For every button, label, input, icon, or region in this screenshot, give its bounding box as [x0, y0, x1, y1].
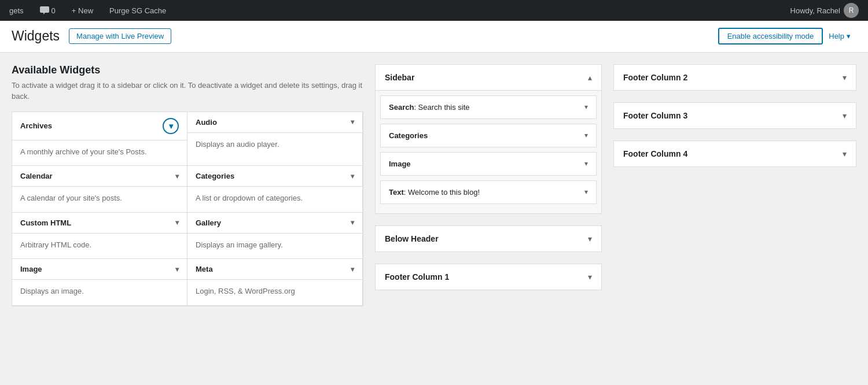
sidebar-widget-categories: Categories ▾: [380, 124, 597, 147]
widget-name-categories: Categories: [196, 172, 234, 180]
widget-desc-archives: A monthly archive of your site's Posts.: [12, 140, 187, 166]
widget-header-gallery[interactable]: Gallery ▾: [187, 213, 362, 234]
user-label: Howdy, Rachel: [790, 6, 840, 15]
sidebar-widget-categories-title: Categories: [389, 131, 428, 140]
page-title: Widgets: [12, 28, 60, 45]
sidebar-area: Sidebar Search: Search this site ▾ Categ…: [375, 64, 602, 214]
widget-name-meta: Meta: [196, 265, 213, 273]
sidebar-widget-categories-header[interactable]: Categories ▾: [381, 124, 596, 147]
footer-column-1-chevron-icon: [588, 272, 592, 282]
purge-cache-item[interactable]: Purge SG Cache: [105, 0, 171, 21]
footer-column-4-area: Footer Column 4: [613, 140, 856, 167]
gallery-chevron-icon: ▾: [351, 219, 354, 227]
widget-header-meta[interactable]: Meta ▾: [187, 259, 362, 280]
sidebar-content: Search: Search this site ▾ Categories ▾ …: [376, 91, 601, 213]
widget-desc-calendar: A calendar of your site's posts.: [12, 187, 187, 212]
sidebar-widget-image-title: Image: [389, 160, 411, 168]
widget-name-archives: Archives: [20, 121, 52, 130]
below-header-area: Below Header: [375, 225, 602, 252]
sidebar-widget-search-title: Search: Search this site: [389, 103, 469, 112]
footer-column-4-title: Footer Column 4: [623, 149, 687, 158]
categories-chevron-icon: ▾: [351, 172, 354, 180]
widget-item-categories: Categories ▾ A list or dropdown of categ…: [187, 165, 363, 213]
sidebar-title: Sidebar: [385, 73, 414, 82]
widget-item-audio: Audio ▾ Displays an audio player.: [187, 112, 363, 166]
below-header-chevron-icon: [588, 234, 592, 243]
widget-item-calendar: Calendar ▾ A calendar of your site's pos…: [12, 165, 187, 213]
sidebar-widget-search-header[interactable]: Search: Search this site ▾: [381, 96, 596, 119]
footer-column-2-area: Footer Column 2: [613, 64, 856, 91]
calendar-chevron-icon: ▾: [175, 172, 179, 180]
sidebar-chevron-icon: [588, 73, 592, 82]
avatar: R: [844, 3, 859, 18]
widget-header-archives[interactable]: Archives ▾: [12, 112, 187, 140]
site-name[interactable]: gets: [5, 0, 28, 21]
meta-chevron-icon: ▾: [351, 265, 354, 273]
widget-item-image: Image ▾ Displays an image.: [12, 258, 187, 306]
footer-column-3-title: Footer Column 3: [623, 111, 687, 120]
sidebar-widget-text: Text: Welcome to this blog! ▾: [380, 180, 597, 204]
comments-item[interactable]: 0: [35, 0, 60, 21]
manage-preview-button[interactable]: Manage with Live Preview: [69, 28, 171, 44]
available-widgets-title: Available Widgets: [12, 64, 363, 76]
audio-chevron-icon: ▾: [351, 118, 354, 126]
page-title-area: Widgets Manage with Live Preview: [12, 28, 171, 52]
footer-column-2-chevron-icon: [843, 73, 847, 82]
widget-desc-meta: Login, RSS, & WordPress.org: [187, 280, 362, 305]
help-button[interactable]: Help ▾: [823, 29, 856, 43]
custom-html-chevron-icon: ▾: [175, 219, 179, 227]
footer-column-3-header[interactable]: Footer Column 3: [614, 103, 856, 128]
widget-desc-custom-html: Arbitrary HTML code.: [12, 234, 187, 259]
right-panel: Footer Column 2 Footer Column 3 Footer C…: [613, 64, 856, 302]
sidebar-widget-text-header[interactable]: Text: Welcome to this blog! ▾: [381, 181, 596, 203]
image-chevron-icon: ▾: [175, 265, 179, 273]
widget-desc-categories: A list or dropdown of categories.: [187, 187, 362, 212]
available-widgets-panel: Available Widgets To activate a widget d…: [12, 64, 363, 306]
footer-column-1-area: Footer Column 1: [375, 264, 602, 290]
widget-header-calendar[interactable]: Calendar ▾: [12, 166, 187, 187]
widget-name-image: Image: [20, 265, 42, 273]
text-widget-chevron-icon: ▾: [584, 188, 588, 196]
footer-column-2-title: Footer Column 2: [623, 73, 687, 82]
sidebar-header[interactable]: Sidebar: [376, 65, 601, 91]
widget-desc-gallery: Displays an image gallery.: [187, 234, 362, 259]
new-item[interactable]: + New: [67, 0, 98, 21]
footer-column-4-chevron-icon: [843, 149, 847, 158]
page-header: Widgets Manage with Live Preview Enable …: [0, 21, 868, 53]
widget-header-audio[interactable]: Audio ▾: [187, 112, 362, 133]
footer-column-3-chevron-icon: [843, 111, 847, 120]
widgets-grid: Archives ▾ A monthly archive of your sit…: [12, 112, 363, 306]
footer-column-1-header[interactable]: Footer Column 1: [376, 264, 601, 290]
admin-bar: gets 0 + New Purge SG Cache Howdy, Rache…: [0, 0, 868, 21]
widget-header-categories[interactable]: Categories ▾: [187, 166, 362, 187]
available-widgets-desc: To activate a widget drag it to a sideba…: [12, 80, 363, 102]
widget-header-image[interactable]: Image ▾: [12, 259, 187, 280]
footer-column-1-title: Footer Column 1: [385, 272, 449, 282]
content-area: Available Widgets To activate a widget d…: [0, 53, 868, 318]
below-header-title: Below Header: [385, 234, 439, 243]
footer-column-3-area: Footer Column 3: [613, 102, 856, 129]
widget-desc-audio: Displays an audio player.: [187, 133, 362, 158]
widget-item-gallery: Gallery ▾ Displays an image gallery.: [187, 212, 363, 260]
widget-header-custom-html[interactable]: Custom HTML ▾: [12, 213, 187, 234]
header-right: Enable accessibility mode Help ▾: [718, 28, 856, 51]
widget-name-audio: Audio: [196, 118, 217, 127]
widget-desc-image: Displays an image.: [12, 280, 187, 305]
sidebar-widget-image: Image ▾: [380, 152, 597, 176]
archives-expand-icon[interactable]: ▾: [163, 118, 179, 134]
widget-areas: Sidebar Search: Search this site ▾ Categ…: [375, 64, 856, 302]
below-header-header[interactable]: Below Header: [376, 226, 601, 251]
user-menu[interactable]: Howdy, Rachel R: [786, 0, 863, 21]
widget-name-calendar: Calendar: [20, 172, 53, 180]
help-chevron-icon: ▾: [847, 32, 851, 40]
sidebar-widget-search: Search: Search this site ▾: [380, 95, 597, 119]
comment-count: 0: [52, 6, 56, 15]
admin-bar-right: Howdy, Rachel R: [786, 0, 863, 21]
footer-column-4-header[interactable]: Footer Column 4: [614, 141, 856, 166]
footer-column-2-header[interactable]: Footer Column 2: [614, 65, 856, 90]
sidebar-widget-image-header[interactable]: Image ▾: [381, 153, 596, 175]
widget-name-gallery: Gallery: [196, 219, 221, 227]
image-widget-chevron-icon: ▾: [584, 160, 588, 168]
widget-item-custom-html: Custom HTML ▾ Arbitrary HTML code.: [12, 212, 187, 260]
accessibility-button[interactable]: Enable accessibility mode: [718, 28, 823, 45]
